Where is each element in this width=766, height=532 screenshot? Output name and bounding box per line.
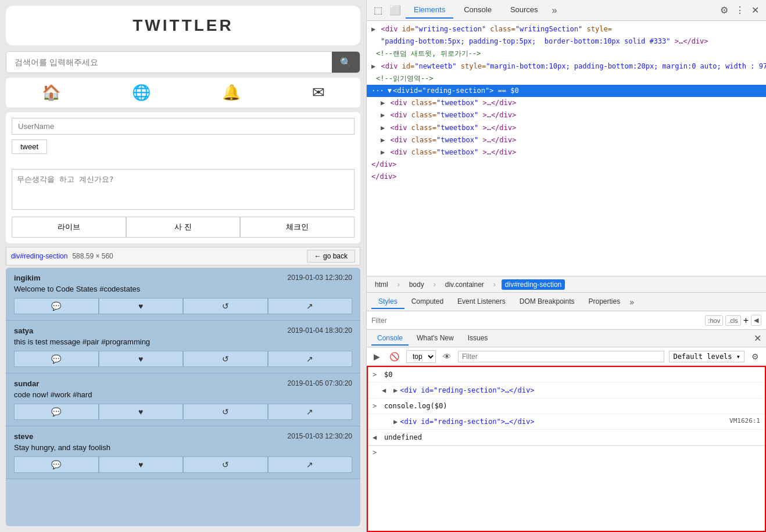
- reply-button[interactable]: 💬: [14, 404, 99, 420]
- console-line: ◀ ▶ <div id="reding-section">…</div>: [368, 383, 765, 398]
- tab-console-console[interactable]: Console: [371, 332, 409, 346]
- share-button[interactable]: ↗: [268, 456, 353, 473]
- app-title: TWITTLER: [6, 16, 360, 35]
- console-content: <div id="reding-section">…</div>: [400, 416, 534, 427]
- expand-icon[interactable]: ▶: [393, 385, 398, 396]
- tweet-actions: 💬 ♥ ↺ ↗: [14, 351, 352, 367]
- triangle-icon[interactable]: ▶: [381, 111, 385, 119]
- tab-sources[interactable]: Sources: [502, 2, 546, 19]
- breadcrumb-container[interactable]: div.container: [442, 279, 488, 290]
- go-back-button[interactable]: ← go back: [307, 250, 355, 263]
- tweet-compose: tweet 라이브 사 진 체크인: [6, 112, 360, 243]
- username-input[interactable]: [12, 118, 355, 135]
- html-line-selected[interactable]: ··· ▼ <div id="reding-section" > == $0: [367, 85, 766, 97]
- tab-whats-new[interactable]: What's New: [411, 332, 460, 346]
- reply-button[interactable]: 💬: [14, 456, 99, 473]
- breadcrumb-nav: html › body › div.container › div#reding…: [367, 276, 766, 293]
- more-tabs-button[interactable]: »: [550, 3, 560, 18]
- retweet-button[interactable]: ↺: [183, 298, 268, 314]
- like-button[interactable]: ♥: [99, 456, 184, 473]
- reply-button[interactable]: 💬: [14, 298, 99, 314]
- reply-button[interactable]: 💬: [14, 351, 99, 367]
- live-button[interactable]: 라이브: [12, 217, 126, 238]
- breadcrumb-reding-section[interactable]: div#reding-section: [502, 279, 565, 290]
- tab-elements[interactable]: Elements: [406, 2, 453, 19]
- console-line: ◀ undefined: [368, 430, 765, 445]
- styles-more-button[interactable]: »: [629, 297, 634, 307]
- devtools-toolbar: ⬚ ⬜ Elements Console Sources » ⚙ ⋮ ✕: [367, 0, 766, 21]
- triangle-icon[interactable]: ▶: [371, 25, 375, 33]
- retweet-button[interactable]: ↺: [183, 456, 268, 473]
- triangle-down-icon[interactable]: ▼: [388, 85, 392, 96]
- cls-button[interactable]: .cls: [725, 315, 741, 326]
- compose-textarea[interactable]: [12, 169, 355, 210]
- element-tag-label: div#reding-section: [11, 252, 67, 260]
- filter-input[interactable]: [371, 317, 700, 325]
- console-panel: Console What's New Issues ✕ ▶ 🚫 top 👁 De…: [367, 330, 766, 532]
- close-devtools-button[interactable]: ✕: [749, 2, 761, 18]
- hov-button[interactable]: :hov: [705, 315, 723, 326]
- context-select[interactable]: top: [406, 350, 436, 363]
- console-output: > $0 ◀ ▶ <div id="reding-section">…</div…: [367, 366, 766, 532]
- kebab-menu-icon[interactable]: ⋮: [733, 2, 747, 18]
- like-button[interactable]: ♥: [99, 404, 184, 420]
- nav-globe-icon[interactable]: 🌐: [132, 84, 151, 102]
- default-levels-select[interactable]: Default levels ▾: [669, 351, 744, 362]
- console-prompt: ◀: [382, 385, 390, 396]
- tab-properties[interactable]: Properties: [581, 295, 627, 309]
- tweet-item: steve 2015-01-03 12:30:20 Stay hungry, a…: [6, 426, 360, 479]
- triangle-icon[interactable]: ▶: [381, 99, 385, 107]
- console-input-prompt: >: [373, 448, 377, 456]
- like-button[interactable]: ♥: [99, 351, 184, 367]
- tweet-actions: 💬 ♥ ↺ ↗: [14, 456, 352, 473]
- search-input[interactable]: [6, 52, 332, 73]
- console-input[interactable]: [380, 448, 760, 456]
- element-size-label: 588.59 × 560: [72, 252, 113, 260]
- console-close-button[interactable]: ✕: [754, 333, 761, 344]
- filter-actions: :hov .cls + ◀: [705, 315, 761, 326]
- tab-styles[interactable]: Styles: [371, 295, 405, 309]
- photo-button[interactable]: 사 진: [126, 217, 241, 238]
- breadcrumb-html[interactable]: html: [371, 279, 392, 290]
- html-line: "padding-bottom:5px; padding-top:5px; bo…: [367, 35, 766, 48]
- search-button[interactable]: 🔍: [332, 52, 360, 73]
- tab-console[interactable]: Console: [456, 2, 500, 19]
- tab-dom-breakpoints[interactable]: DOM Breakpoints: [513, 295, 582, 309]
- console-settings-button[interactable]: ⚙: [749, 351, 761, 362]
- share-button[interactable]: ↗: [268, 351, 353, 367]
- checkin-button[interactable]: 체크인: [240, 217, 355, 238]
- retweet-button[interactable]: ↺: [183, 351, 268, 367]
- tweet-time: 2019-01-03 12:30:20: [288, 274, 352, 282]
- console-line: ▶ <div id="reding-section">…</div> VM162…: [368, 414, 765, 430]
- settings-icon[interactable]: ⚙: [718, 2, 731, 18]
- console-tabs-bar: Console What's New Issues ✕: [367, 330, 766, 347]
- nav-mail-icon[interactable]: ✉: [312, 84, 325, 102]
- tab-computed[interactable]: Computed: [405, 295, 450, 309]
- share-button[interactable]: ↗: [268, 404, 353, 420]
- nav-home-icon[interactable]: 🏠: [42, 84, 60, 102]
- eye-button[interactable]: 👁: [441, 351, 453, 362]
- expand-icon[interactable]: ▶: [393, 416, 398, 427]
- retweet-button[interactable]: ↺: [183, 404, 268, 420]
- triangle-icon[interactable]: ▶: [381, 124, 385, 132]
- triangle-icon[interactable]: ▶: [381, 148, 385, 156]
- nav-bell-icon[interactable]: 🔔: [222, 84, 241, 102]
- triangle-icon[interactable]: ▶: [381, 136, 385, 144]
- add-rule-button[interactable]: +: [743, 315, 749, 326]
- console-filter-input[interactable]: [458, 351, 664, 362]
- app-panel: TWITTLER 🔍 🏠 🌐 🔔 ✉ tweet 라이브 사 진 체크인 div…: [0, 0, 366, 532]
- tab-issues[interactable]: Issues: [462, 332, 494, 346]
- breadcrumb-body[interactable]: body: [406, 279, 428, 290]
- sidebar-toggle[interactable]: ◀: [751, 315, 761, 326]
- html-line: ▶ <div class="tweetbox" >…</div>: [367, 134, 766, 146]
- triangle-icon[interactable]: ▶: [371, 62, 375, 70]
- tab-event-listeners[interactable]: Event Listeners: [450, 295, 513, 309]
- tweet-button[interactable]: tweet: [12, 139, 47, 154]
- inspect-icon[interactable]: ⬚: [371, 2, 385, 18]
- filter-bar: :hov .cls + ◀: [367, 311, 766, 330]
- like-button[interactable]: ♥: [99, 298, 184, 314]
- execute-button[interactable]: ▶: [371, 351, 382, 362]
- device-icon[interactable]: ⬜: [387, 2, 403, 18]
- share-button[interactable]: ↗: [268, 298, 353, 314]
- clear-button[interactable]: 🚫: [387, 351, 402, 362]
